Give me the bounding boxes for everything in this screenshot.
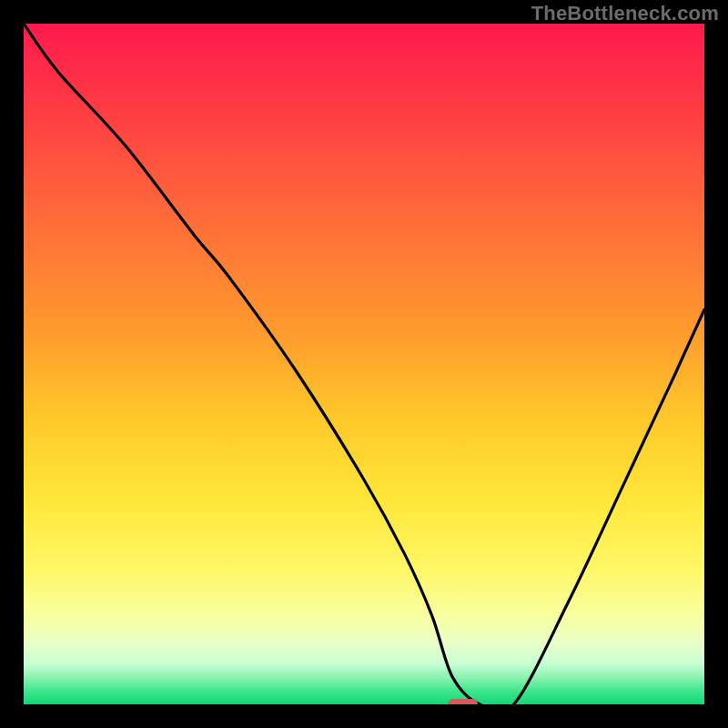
watermark-text: TheBottleneck.com	[531, 2, 719, 25]
chart-frame: TheBottleneck.com	[0, 0, 728, 728]
bottleneck-curve	[24, 24, 704, 704]
plot-area	[24, 24, 704, 704]
optimal-marker	[448, 699, 479, 704]
